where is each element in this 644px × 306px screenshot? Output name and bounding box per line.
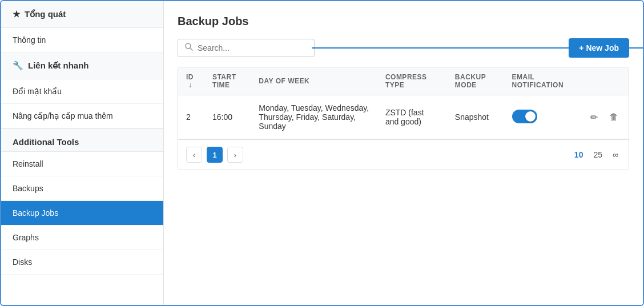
page-1-button[interactable]: 1 [207, 147, 223, 163]
sidebar-item-thongtin[interactable]: Thông tin [1, 28, 163, 53]
page-size-25[interactable]: 25 [591, 149, 605, 160]
delete-icon[interactable]: 🗑 [607, 110, 621, 124]
sidebar-item-backups-label: Backups [13, 184, 43, 193]
cell-start-time: 16:00 [204, 95, 251, 139]
sidebar-item-graphs-label: Graphs [13, 233, 39, 242]
star-icon: ★ [13, 9, 20, 19]
sidebar-item-nangcap[interactable]: Nâng cấp/hạ cấp mua thêm [1, 104, 163, 128]
search-icon [185, 43, 193, 53]
toggle-knob [525, 111, 536, 122]
page-controls: ‹ 1 › [186, 147, 243, 163]
cell-email-notification[interactable] [504, 95, 580, 139]
sidebar-item-doimatkhau-label: Đổi mật khẩu [13, 87, 62, 96]
cell-day-of-week: Monday, Tuesday, Wednesday, Thursday, Fr… [251, 95, 377, 139]
page-size-infinite[interactable]: ∞ [610, 149, 621, 160]
next-page-button[interactable]: › [227, 147, 243, 163]
col-header-id: ID ↓ [178, 67, 204, 95]
sidebar-item-backupjobs[interactable]: Backup Jobs [1, 201, 163, 226]
table-header-row: ID ↓ START TIME DAY OF WEEK COMPRESS TYP… [178, 67, 629, 95]
email-notification-toggle[interactable] [512, 110, 537, 123]
sidebar-item-disks-label: Disks [13, 257, 32, 267]
sidebar-section-tongquat-label: Tổng quát [25, 9, 66, 19]
cell-backup-mode: Snapshot [447, 95, 504, 139]
sort-icon[interactable]: ↓ [188, 81, 192, 89]
sidebar-section-lienketnhanh-label: Liên kết nhanh [28, 61, 89, 71]
toolbar: + New Job [178, 38, 629, 58]
sidebar-item-thongtin-label: Thông tin [13, 35, 46, 45]
sidebar-section-lienketnhanh[interactable]: 🔧 Liên kết nhanh [1, 53, 163, 79]
sidebar-section-additionaltools: Additional Tools [1, 128, 163, 152]
sidebar-section-additionaltools-label: Additional Tools [13, 137, 79, 147]
pagination: ‹ 1 › 10 25 ∞ [178, 139, 629, 170]
page-size-controls: 10 25 ∞ [572, 149, 621, 160]
sidebar: ★ Tổng quát Thông tin 🔧 Liên kết nhanh Đ… [1, 1, 164, 305]
svg-line-1 [190, 48, 192, 50]
col-header-start-time: START TIME [204, 67, 251, 95]
new-job-button[interactable]: + New Job [569, 38, 629, 58]
sidebar-item-doimatkhau[interactable]: Đổi mật khẩu [1, 79, 163, 104]
backup-jobs-table: ID ↓ START TIME DAY OF WEEK COMPRESS TYP… [178, 67, 629, 139]
action-cell: ✏ 🗑 [588, 110, 621, 125]
prev-page-button[interactable]: ‹ [186, 147, 202, 163]
col-header-compress-type: COMPRESS TYPE [377, 67, 447, 95]
cell-compress-type: ZSTD (fast and good) [377, 95, 447, 139]
col-header-actions [580, 67, 629, 95]
search-box[interactable] [178, 39, 315, 57]
table-row: 2 16:00 Monday, Tuesday, Wednesday, Thur… [178, 95, 629, 139]
edit-icon[interactable]: ✏ [588, 110, 600, 125]
sidebar-item-reinstall[interactable]: Reinstall [1, 152, 163, 176]
page-title: Backup Jobs [178, 15, 629, 28]
cell-id: 2 [178, 95, 204, 139]
wrench-icon: 🔧 [13, 61, 23, 71]
page-size-10[interactable]: 10 [572, 149, 586, 160]
sidebar-item-nangcap-label: Nâng cấp/hạ cấp mua thêm [13, 111, 113, 120]
col-header-day-of-week: DAY OF WEEK [251, 67, 377, 95]
backup-jobs-table-container: ID ↓ START TIME DAY OF WEEK COMPRESS TYP… [178, 67, 629, 170]
sidebar-item-graphs[interactable]: Graphs [1, 226, 163, 250]
sidebar-item-disks[interactable]: Disks [1, 250, 163, 275]
main-content: Backup Jobs + New Job [164, 1, 643, 305]
sidebar-section-tongquat[interactable]: ★ Tổng quát [1, 1, 163, 28]
col-header-email-notification: EMAIL NOTIFICATION [504, 67, 580, 95]
new-job-button-label: + New Job [579, 43, 619, 53]
search-input[interactable] [198, 43, 307, 53]
col-header-backup-mode: BACKUP MODE [447, 67, 504, 95]
cell-actions: ✏ 🗑 [580, 95, 629, 139]
sidebar-item-backupjobs-label: Backup Jobs [13, 208, 58, 218]
sidebar-item-reinstall-label: Reinstall [13, 159, 43, 168]
sidebar-item-backups[interactable]: Backups [1, 176, 163, 201]
